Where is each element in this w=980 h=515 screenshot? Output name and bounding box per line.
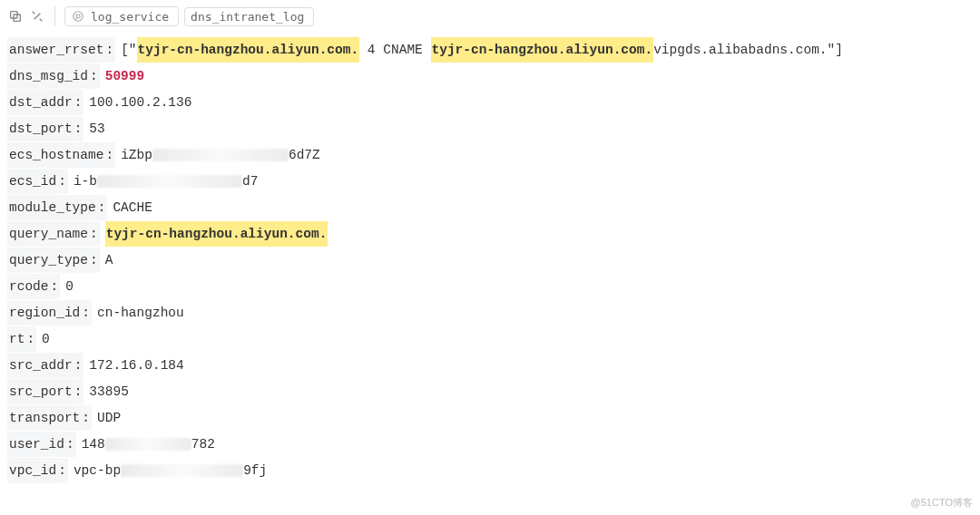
field-value: 33895 (89, 379, 129, 404)
row-module-type: module_type: CACHE (7, 194, 973, 220)
redacted-region (152, 149, 289, 161)
colon: : (58, 458, 68, 483)
project-icon (71, 9, 85, 24)
field-key: src_port (7, 379, 74, 404)
colon: : (51, 274, 61, 299)
colon: : (82, 300, 92, 326)
field-key: rt (7, 326, 26, 352)
field-value-prefix: 148 (82, 432, 105, 457)
field-key: region_id (7, 300, 82, 326)
field-key: module_type (7, 195, 98, 220)
field-value-prefix: vpc-bp (74, 458, 121, 483)
colon: : (90, 248, 100, 273)
field-key: dst_addr (7, 90, 74, 115)
colon: : (98, 195, 108, 220)
field-value: 50999 (105, 63, 145, 89)
redacted-region (97, 175, 242, 188)
colon: : (26, 326, 36, 352)
redacted-region (105, 438, 191, 451)
field-value: 0 (42, 326, 50, 352)
field-key: query_type (7, 248, 90, 273)
row-src-addr: src_addr: 172.16.0.184 (7, 352, 973, 378)
field-value: 100.100.2.136 (89, 90, 191, 115)
pill-label: log_service (91, 10, 169, 24)
field-value-prefix: iZbp (121, 142, 152, 168)
highlight-text: tyjr-cn-hangzhou.aliyun.com. (431, 37, 654, 63)
colon: : (90, 221, 100, 247)
field-key: transport (7, 405, 82, 431)
colon: : (105, 37, 115, 63)
colon: : (74, 90, 84, 115)
colon: : (82, 405, 92, 431)
field-key: dns_msg_id (7, 63, 90, 89)
field-value-prefix: i-b (74, 169, 97, 194)
field-key: vpc_id (7, 458, 58, 483)
watermark: @51CTO博客 (911, 496, 973, 510)
colon: : (105, 142, 115, 168)
field-key: dst_port (7, 116, 74, 141)
field-key: answer_rrset (7, 37, 105, 63)
field-value: CACHE (113, 195, 152, 220)
pill-log-service[interactable]: log_service (64, 6, 179, 26)
row-answer-rrset: answer_rrset: ["tyjr-cn-hangzhou.aliyun.… (7, 36, 973, 63)
field-value: UDP (97, 405, 121, 431)
field-value: 4 CNAME (359, 37, 430, 63)
row-rcode: rcode: 0 (7, 273, 973, 299)
colon: : (90, 63, 100, 89)
field-value: 53 (89, 116, 104, 141)
field-key: ecs_id (7, 169, 58, 194)
toolbar-divider (54, 6, 55, 26)
row-dst-addr: dst_addr: 100.100.2.136 (7, 89, 973, 115)
field-value-suffix: 782 (191, 432, 215, 457)
field-value: vipgds.alibabadns.com. (653, 37, 827, 63)
row-dst-port: dst_port: 53 (7, 115, 973, 141)
copy-icon[interactable] (7, 8, 24, 24)
log-detail: answer_rrset: ["tyjr-cn-hangzhou.aliyun.… (0, 34, 980, 491)
row-vpc-id: vpc_id: vpc-bp9fj (7, 457, 973, 483)
row-query-type: query_type: A (7, 247, 973, 273)
field-value-suffix: d7 (242, 169, 258, 194)
row-region-id: region_id: cn-hangzhou (7, 299, 973, 326)
colon: : (74, 379, 84, 404)
tool-icon[interactable] (29, 8, 45, 24)
row-query-name: query_name: tyjr-cn-hangzhou.aliyun.com. (7, 220, 973, 247)
svg-point-2 (74, 12, 83, 22)
row-ecs-hostname: ecs_hostname: iZbp6d7Z (7, 141, 973, 168)
highlight-text: tyjr-cn-hangzhou.aliyun.com. (137, 37, 360, 63)
highlight-text: tyjr-cn-hangzhou.aliyun.com. (105, 221, 328, 247)
colon: : (66, 432, 76, 457)
field-value-suffix: 9fj (243, 458, 267, 483)
row-dns-msg-id: dns_msg_id: 50999 (7, 63, 973, 89)
row-ecs-id: ecs_id: i-bd7 (7, 168, 973, 194)
colon: : (74, 116, 84, 141)
field-value: cn-hangzhou (97, 300, 184, 326)
field-value: 172.16.0.184 (89, 353, 183, 378)
toolbar: log_service dns_intranet_log (0, 0, 980, 34)
bracket-close: "] (828, 37, 843, 63)
pill-label: dns_intranet_log (191, 10, 304, 24)
field-key: rcode (7, 274, 51, 299)
field-key: src_addr (7, 353, 74, 378)
pill-logstore[interactable]: dns_intranet_log (184, 7, 314, 26)
row-rt: rt: 0 (7, 326, 973, 352)
colon: : (58, 169, 68, 194)
bracket-open: [" (121, 37, 136, 63)
colon: : (74, 353, 84, 378)
row-transport: transport: UDP (7, 404, 973, 431)
field-key: query_name (7, 221, 90, 247)
field-value: A (105, 248, 113, 273)
row-user-id: user_id: 148782 (7, 431, 973, 457)
field-value: 0 (65, 274, 74, 299)
field-key: ecs_hostname (7, 142, 105, 168)
redacted-region (121, 464, 243, 477)
field-value-suffix: 6d7Z (289, 142, 320, 168)
field-key: user_id (7, 432, 66, 457)
row-src-port: src_port: 33895 (7, 378, 973, 404)
